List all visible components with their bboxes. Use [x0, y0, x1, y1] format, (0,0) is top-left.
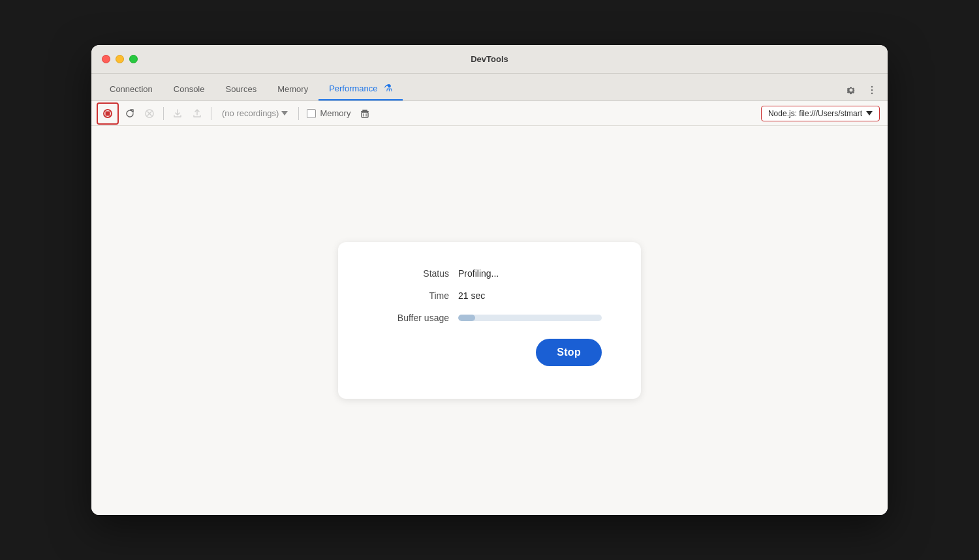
svg-point-1	[871, 89, 873, 91]
record-icon	[102, 108, 114, 119]
title-bar: DevTools	[91, 45, 888, 74]
record-button-highlight	[97, 102, 119, 125]
node-dropdown-arrow-icon	[866, 111, 873, 116]
tab-bar-actions	[843, 82, 880, 101]
stop-btn-row: Stop	[377, 339, 602, 366]
tab-sources[interactable]: Sources	[215, 79, 267, 101]
traffic-lights	[102, 55, 138, 63]
status-row: Status Profiling...	[377, 268, 602, 279]
main-content: Status Profiling... Time 21 sec Buffer u…	[91, 126, 888, 515]
tab-performance[interactable]: Performance ⚗	[319, 77, 403, 101]
tab-console[interactable]: Console	[163, 79, 215, 101]
buffer-bar	[458, 315, 602, 321]
toolbar: (no recordings) Memory Node.js: file:///…	[91, 101, 888, 126]
export-icon	[192, 108, 202, 119]
tabs-container: Connection Console Sources Memory Perfor…	[99, 77, 843, 101]
export-button[interactable]	[189, 105, 206, 122]
devtools-window: DevTools Connection Console Sources Memo…	[91, 45, 888, 515]
minimize-button[interactable]	[116, 55, 124, 63]
memory-label-text: Memory	[320, 108, 350, 118]
clear-button[interactable]	[141, 105, 158, 122]
close-button[interactable]	[102, 55, 110, 63]
recordings-dropdown[interactable]: (no recordings)	[217, 106, 293, 121]
time-row: Time 21 sec	[377, 290, 602, 301]
svg-rect-4	[106, 111, 110, 116]
svg-point-0	[871, 86, 873, 87]
window-title: DevTools	[471, 54, 508, 64]
buffer-bar-fill	[458, 315, 475, 321]
node-target-label: Node.js: file:///Users/stmart	[768, 109, 862, 118]
time-label: Time	[377, 290, 449, 301]
more-button[interactable]	[864, 82, 880, 98]
memory-toggle-label[interactable]: Memory	[307, 108, 350, 118]
tab-connection[interactable]: Connection	[99, 79, 163, 101]
svg-point-2	[871, 93, 873, 94]
tab-bar: Connection Console Sources Memory Perfor…	[91, 74, 888, 101]
node-target-dropdown[interactable]: Node.js: file:///Users/stmart	[761, 106, 880, 121]
stop-button[interactable]: Stop	[536, 339, 602, 366]
memory-checkbox[interactable]	[307, 109, 316, 118]
status-label: Status	[377, 268, 449, 279]
clear-icon	[144, 108, 155, 119]
buffer-row: Buffer usage	[377, 313, 602, 323]
recordings-placeholder: (no recordings)	[222, 108, 279, 118]
maximize-button[interactable]	[129, 55, 138, 63]
import-button[interactable]	[169, 105, 186, 122]
tab-memory[interactable]: Memory	[267, 79, 319, 101]
more-icon	[867, 85, 877, 95]
settings-button[interactable]	[843, 82, 859, 98]
reload-icon	[125, 108, 135, 119]
toolbar-divider-1	[163, 107, 164, 120]
svg-rect-10	[362, 112, 368, 117]
garbage-collect-icon	[359, 108, 371, 119]
record-button[interactable]	[99, 104, 117, 123]
garbage-collect-button[interactable]	[356, 104, 374, 123]
gear-icon	[846, 85, 856, 95]
dropdown-arrow-icon	[281, 111, 288, 116]
status-value: Profiling...	[458, 268, 499, 279]
buffer-label: Buffer usage	[377, 313, 449, 323]
profiling-card: Status Profiling... Time 21 sec Buffer u…	[338, 242, 641, 399]
import-icon	[172, 108, 183, 119]
svg-rect-9	[362, 110, 367, 111]
reload-button[interactable]	[121, 105, 138, 122]
flask-icon: ⚗	[384, 82, 392, 93]
time-value: 21 sec	[458, 290, 485, 301]
toolbar-divider-2	[211, 107, 211, 120]
toolbar-divider-3	[298, 107, 299, 120]
